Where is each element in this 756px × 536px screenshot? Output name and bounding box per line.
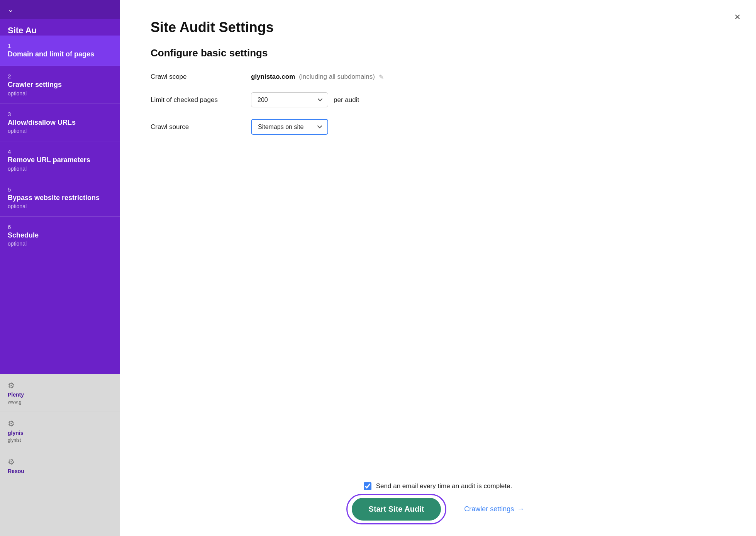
crawler-settings-link[interactable]: Crawler settings → [464,505,524,513]
sidebar-item-schedule[interactable]: 6 Schedule optional [0,217,120,254]
sidebar-item-sublabel-2: optional [8,90,112,97]
bg-row-3: ⚙ Resou [0,450,120,483]
sidebar-item-label-3: Allow/disallow URLs [8,118,112,127]
crawl-scope-row: Crawl scope glynistao.com (including all… [151,73,725,81]
bg-row-2: ⚙ glynis glynist [0,412,120,450]
sidebar-item-remove-url[interactable]: 4 Remove URL parameters optional [0,141,120,179]
sidebar-item-crawler[interactable]: 2 Crawler settings optional [0,66,120,103]
sidebar-item-sublabel-6: optional [8,241,112,247]
modal-panel: × Site Audit Settings Configure basic se… [120,0,756,536]
crawl-source-select[interactable]: Sitemaps on site Crawl website Manual li… [251,119,328,135]
sidebar-item-label-1: Domain and limit of pages [8,50,112,59]
sidebar-item-label-5: Bypass website restrictions [8,193,112,202]
crawl-source-row: Crawl source Sitemaps on site Crawl webs… [151,119,725,135]
bg-row-subtitle-1: www.g [8,399,112,405]
sidebar-item-number-4: 4 [8,148,112,155]
bg-row-title-1: Plenty [8,392,112,398]
email-checkbox[interactable] [364,482,371,490]
background-table: ⚙ Plenty www.g ⚙ glynis glynist ⚙ Resou [0,374,120,536]
modal-bottom: Send an email every time an audit is com… [151,482,725,521]
limit-select[interactable]: 200 100 500 1000 [251,92,328,107]
limit-row: Limit of checked pages 200 100 500 1000 … [151,92,725,107]
sidebar-item-sublabel-5: optional [8,203,112,209]
email-checkbox-row: Send an email every time an audit is com… [364,482,512,490]
start-audit-wrapper: Start Site Audit [352,498,441,521]
sidebar-item-number-3: 3 [8,111,112,117]
sidebar-item-label-6: Schedule [8,231,112,240]
gear-icon-1: ⚙ [8,381,112,390]
section-title: Configure basic settings [151,47,725,59]
sidebar-item-number-1: 1 [8,42,112,49]
sidebar-item-bypass[interactable]: 5 Bypass website restrictions optional [0,179,120,217]
bg-row-1: ⚙ Plenty www.g [0,374,120,412]
gear-icon-3: ⚙ [8,457,112,466]
crawl-scope-subdomain: (including all subdomains) [299,73,375,81]
close-button[interactable]: × [734,12,741,22]
crawl-scope-domain: glynistao.com [251,73,295,81]
sidebar-item-domain[interactable]: 1 Domain and limit of pages [0,36,120,66]
limit-label: Limit of checked pages [151,96,251,104]
crawl-scope-value: glynistao.com (including all subdomains)… [251,73,384,81]
arrow-right-icon: → [517,505,524,513]
sidebar-item-allow-disallow[interactable]: 3 Allow/disallow URLs optional [0,104,120,141]
sidebar-item-sublabel-3: optional [8,128,112,134]
bg-row-subtitle-2: glynist [8,438,112,443]
crawl-scope-label: Crawl scope [151,73,251,81]
bg-row-title-2: glynis [8,430,112,436]
sidebar-title: Site Au [0,19,120,36]
sidebar-item-number-5: 5 [8,186,112,193]
crawler-settings-link-label: Crawler settings [464,505,514,513]
edit-icon[interactable]: ✎ [379,73,384,81]
per-audit-label: per audit [334,96,359,104]
crawl-source-label: Crawl source [151,123,251,131]
sidebar-item-label-2: Crawler settings [8,80,112,89]
bg-row-title-3: Resou [8,468,112,474]
gear-icon-2: ⚙ [8,419,112,428]
sidebar: ⌄ Site Au 1 Domain and limit of pages 2 … [0,0,120,536]
modal-title: Site Audit Settings [151,19,725,36]
sidebar-item-number-6: 6 [8,224,112,230]
sidebar-item-sublabel-4: optional [8,166,112,172]
sidebar-item-number-2: 2 [8,73,112,80]
email-label: Send an email every time an audit is com… [376,482,512,490]
start-audit-button[interactable]: Start Site Audit [352,498,441,521]
sidebar-header: ⌄ [0,0,120,19]
bottom-actions: Start Site Audit Crawler settings → [352,498,524,521]
sidebar-item-label-4: Remove URL parameters [8,156,112,165]
chevron-down-icon[interactable]: ⌄ [8,5,14,14]
